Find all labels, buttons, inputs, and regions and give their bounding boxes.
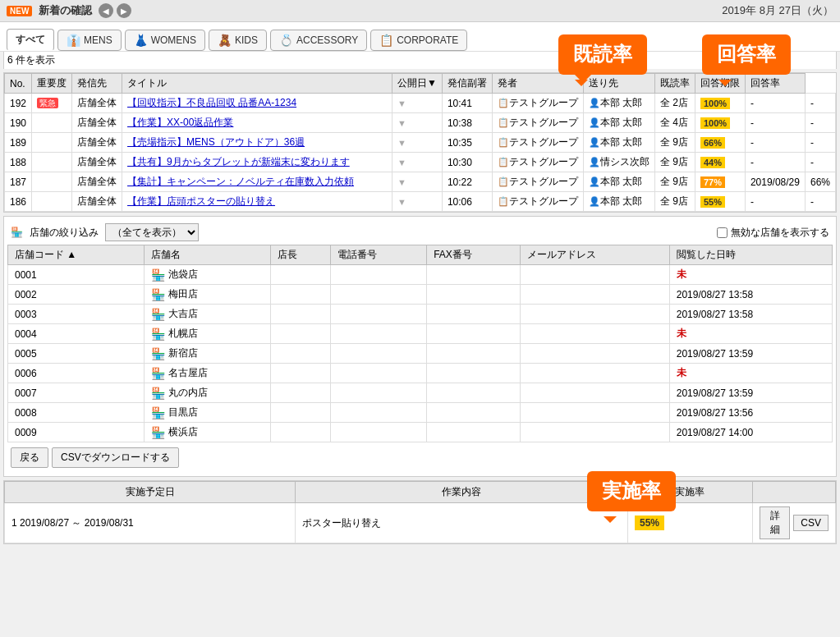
next-button[interactable]: ▶ (117, 3, 131, 18)
msg-read-rate: 100% (695, 94, 745, 113)
msg-publish-date: ▼ (392, 192, 443, 212)
store-email (521, 344, 669, 364)
msg-title[interactable]: 【作業】XX-00返品作業 (122, 113, 392, 133)
msg-sender-store: 店舗全体 (72, 94, 122, 113)
msg-title[interactable]: 【共有】9月からタブレットが新端末に変わります (122, 153, 392, 172)
list-item: 0003 🏪大吉店 2019/08/27 13:58 (8, 305, 833, 324)
msg-no: 190 (5, 113, 32, 133)
col-sender-store[interactable]: 発信先 (72, 74, 122, 94)
msg-priority (32, 113, 72, 133)
store-fax (427, 285, 521, 305)
store-col-name[interactable]: 店舗名 (144, 245, 270, 265)
tab-mens-label: MENS (84, 34, 112, 46)
store-email (521, 383, 669, 403)
msg-sender-store: 店舗全体 (72, 192, 122, 212)
invalid-store-checkbox[interactable] (717, 227, 728, 238)
impl-rate-tooltip: 実施率 (587, 471, 676, 511)
store-col-manager[interactable]: 店長 (270, 245, 331, 265)
store-col-code[interactable]: 店舗コード ▲ (8, 245, 145, 265)
tab-womens[interactable]: 👗 WOMENS (125, 30, 205, 51)
store-name: 🏪札幌店 (144, 324, 270, 344)
list-item: 0001 🏪池袋店 未 (8, 265, 833, 285)
store-viewed-at: 未 (669, 265, 832, 285)
impl-csv-button[interactable]: CSV (793, 515, 829, 531)
detail-button[interactable]: 詳細 (760, 506, 791, 539)
msg-title[interactable]: 【作業】店頭ポスターの貼り替え (122, 192, 392, 212)
store-phone (331, 344, 427, 364)
msg-priority (32, 192, 72, 212)
store-code: 0006 (8, 364, 145, 383)
store-col-email[interactable]: メールアドレス (521, 245, 669, 265)
col-priority[interactable]: 重要度 (32, 74, 72, 94)
msg-reply-deadline: - (745, 113, 805, 133)
msg-priority (32, 153, 72, 172)
msg-reply-rate: - (805, 94, 835, 113)
count-info: 6 件を表示 (7, 54, 55, 66)
col-reply-rate[interactable]: 回答率 (745, 74, 805, 94)
prev-button[interactable]: ◀ (99, 3, 113, 18)
store-viewed-at: 2019/08/27 13:56 (669, 403, 832, 423)
header-date: 2019年 8月 27日（火） (722, 3, 833, 18)
store-phone (331, 324, 427, 344)
msg-title[interactable]: 【回収指示】不良品回収 品番AA-1234 (122, 94, 392, 113)
tab-accessory[interactable]: 💍 ACCESSORY (270, 30, 367, 51)
store-col-viewed-at[interactable]: 閲覧した日時 (669, 245, 832, 265)
reply-rate-tooltip: 回答率 (702, 34, 791, 75)
kids-icon: 🧸 (218, 34, 232, 47)
tab-mens[interactable]: 👔 MENS (57, 30, 122, 51)
store-email (521, 423, 669, 442)
list-item: 0006 🏪名古屋店 未 (8, 364, 833, 383)
impl-col-date: 実施予定日 (5, 482, 296, 503)
store-manager (270, 265, 331, 285)
msg-title[interactable]: 【集計】キャンペーン：ノベルティ在庫数入力依頼 (122, 172, 392, 192)
msg-sender: 👤本部 太郎 (583, 94, 654, 113)
col-no[interactable]: No. (5, 74, 32, 94)
store-name: 🏪梅田店 (144, 285, 270, 305)
list-item: 0008 🏪目黒店 2019/08/27 13:56 (8, 403, 833, 423)
store-col-fax[interactable]: FAX番号 (427, 245, 521, 265)
store-code: 0003 (8, 305, 145, 324)
store-viewed-at: 2019/08/27 13:59 (669, 383, 832, 403)
store-table: 店舗コード ▲ 店舗名 店長 電話番号 FAX番号 メールアドレス 閲覧した日時… (7, 245, 833, 442)
col-sender[interactable]: 発者 (492, 74, 583, 94)
tab-corporate-label: CORPORATE (397, 34, 458, 46)
tab-womens-label: WOMENS (151, 34, 196, 46)
store-name: 🏪大吉店 (144, 305, 270, 324)
store-filter-label: 店舗の絞り込み (30, 226, 99, 240)
store-manager (270, 324, 331, 344)
header: NEW 新着の確認 ◀ ▶ 2019年 8月 27日（火） (0, 0, 840, 22)
msg-reply-deadline: 2019/08/29 (745, 172, 805, 192)
back-button[interactable]: 戻る (11, 447, 48, 468)
list-item: 0004 🏪札幌店 未 (8, 324, 833, 344)
new-badge: NEW (7, 6, 32, 16)
msg-reply-rate: - (805, 113, 835, 133)
store-email (521, 403, 669, 423)
col-title[interactable]: タイトル (122, 74, 392, 94)
store-filter-select[interactable]: （全てを表示） (105, 223, 199, 241)
store-name: 🏪池袋店 (144, 265, 270, 285)
store-fax (427, 344, 521, 364)
store-col-phone[interactable]: 電話番号 (331, 245, 427, 265)
msg-publish-date: ▼ (392, 153, 443, 172)
tab-corporate[interactable]: 📋 CORPORATE (370, 30, 467, 51)
msg-reply-deadline: - (745, 133, 805, 153)
col-read-rate[interactable]: 既読率 (654, 74, 695, 94)
tab-all[interactable]: すべて (7, 29, 54, 51)
csv-download-button[interactable]: CSVでダウンロードする (52, 447, 179, 468)
col-publish-date[interactable]: 公開日▼ (392, 74, 443, 94)
table-row: 192 緊急 店舗全体 【回収指示】不良品回収 品番AA-1234 ▼ 10:4… (5, 94, 836, 113)
invalid-store-label: 無効な店舗を表示する (731, 226, 829, 240)
store-code: 0009 (8, 423, 145, 442)
tab-kids[interactable]: 🧸 KIDS (209, 30, 267, 51)
col-send-to[interactable]: 送り先 (583, 74, 654, 94)
msg-sender: 👤本部 太郎 (583, 192, 654, 212)
store-email (521, 285, 669, 305)
store-fax (427, 423, 521, 442)
tab-kids-label: KIDS (235, 34, 258, 46)
table-row: 187 店舗全体 【集計】キャンペーン：ノベルティ在庫数入力依頼 ▼ 10:22… (5, 172, 836, 192)
msg-title[interactable]: 【売場指示】MENS（アウトドア）36週 (122, 133, 392, 153)
col-send-time[interactable]: 発信副署 (442, 74, 492, 94)
impl-section: 実施予定日 作業内容 実施率 1 2019/08/27 ～ 2019/08/31… (3, 480, 837, 544)
store-viewed-at: 2019/08/27 13:58 (669, 305, 832, 324)
msg-send-to: 全 4店 (654, 113, 695, 133)
